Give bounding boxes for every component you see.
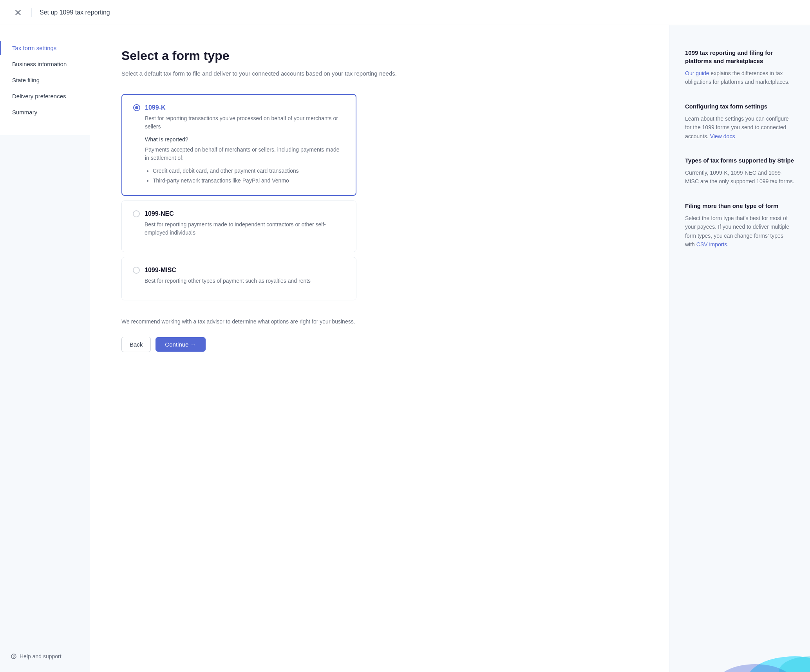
sidebar-item-state-filing[interactable]: State filing [0,73,90,87]
sidebar-item-label: Delivery preferences [12,93,66,99]
help-section-types: Types of tax forms supported by Stripe C… [685,156,794,186]
option-desc-1099misc: Best for reporting other types of paymen… [145,277,345,285]
bullets-1099k: Credit card, debit card, and other payme… [153,166,345,186]
help-text-before: Learn about the settings you can configu… [685,116,789,139]
option-title-1099k: 1099-K [145,104,165,111]
help-section-tax-reporting: 1099 tax reporting and filing for platfo… [685,49,794,87]
topbar-title: Set up 1099 tax reporting [40,9,110,16]
option-title-1099nec: 1099-NEC [145,210,174,217]
help-icon [11,654,16,659]
back-button[interactable]: Back [121,337,151,352]
bullet-item: Third-party network transactions like Pa… [153,176,345,186]
help-label: Help and support [20,653,61,659]
help-section-text: Learn about the settings you can configu… [685,114,794,141]
bullet-item: Credit card, debit card, and other payme… [153,166,345,176]
help-section-filing-multiple: Filing more than one type of form Select… [685,202,794,249]
continue-button[interactable]: Continue → [155,337,205,352]
what-reported-label: What is reported? [145,136,345,143]
svg-point-0 [11,654,16,659]
radio-1099-nec[interactable] [133,210,140,217]
option-1099-k[interactable]: 1099-K Best for reporting transactions y… [121,94,356,196]
help-section-text: Currently, 1099-K, 1099-NEC and 1099-MIS… [685,168,794,186]
form-options: 1099-K Best for reporting transactions y… [121,94,356,305]
option-title-1099misc: 1099-MISC [145,267,176,274]
sidebar-item-business-information[interactable]: Business information [0,57,90,71]
page-subtitle: Select a default tax form to file and de… [121,69,638,78]
sidebar-item-summary[interactable]: Summary [0,105,90,119]
sidebar: Tax form settings Business information S… [0,25,90,672]
topbar-divider [31,8,32,17]
help-section-title: Filing more than one type of form [685,202,794,210]
help-section-title: Configuring tax form settings [685,102,794,110]
radio-1099-misc[interactable] [133,267,140,274]
sidebar-item-delivery-preferences[interactable]: Delivery preferences [0,89,90,103]
help-section-title: 1099 tax reporting and filing for platfo… [685,49,794,65]
advisor-note: We recommend working with a tax advisor … [121,318,356,326]
csv-imports-link[interactable]: CSV imports. [696,241,729,247]
content-area: Select a form type Select a default tax … [90,25,669,672]
main-layout: Tax form settings Business information S… [0,25,810,672]
option-desc-1099k: Best for reporting transactions you've p… [145,114,345,131]
option-header-1099misc: 1099-MISC [133,267,345,274]
help-section-text: Our guide explains the differences in ta… [685,69,794,87]
help-section-title: Types of tax forms supported by Stripe [685,156,794,164]
help-and-support[interactable]: Help and support [0,653,72,659]
option-header-1099k: 1099-K [133,104,345,111]
option-1099-nec[interactable]: 1099-NEC Best for reporting payments mad… [121,201,356,252]
payments-desc-1099k: Payments accepted on behalf of merchants… [145,146,345,162]
sidebar-item-label: State filing [12,77,40,83]
option-desc-1099nec: Best for reporting payments made to inde… [145,220,345,237]
button-row: Back Continue → [121,337,638,352]
sidebar-item-label: Summary [12,109,37,116]
sidebar-item-tax-form-settings[interactable]: Tax form settings [0,41,90,55]
close-button[interactable] [13,7,24,18]
option-header-1099nec: 1099-NEC [133,210,345,217]
sidebar-item-label: Tax form settings [12,45,56,51]
help-section-text: Select the form type that's best for mos… [685,214,794,249]
view-docs-link[interactable]: View docs [710,133,735,139]
radio-1099-k[interactable] [133,104,140,111]
guide-link[interactable]: Our guide [685,70,709,76]
top-bar: Set up 1099 tax reporting [0,0,810,25]
option-1099-misc[interactable]: 1099-MISC Best for reporting other types… [121,257,356,300]
right-panel: 1099 tax reporting and filing for platfo… [669,25,810,672]
bottom-decoration [724,633,810,672]
sidebar-nav: Tax form settings Business information S… [0,25,90,135]
help-section-configuring: Configuring tax form settings Learn abou… [685,102,794,141]
page-title: Select a form type [121,49,638,63]
sidebar-item-label: Business information [12,61,67,67]
